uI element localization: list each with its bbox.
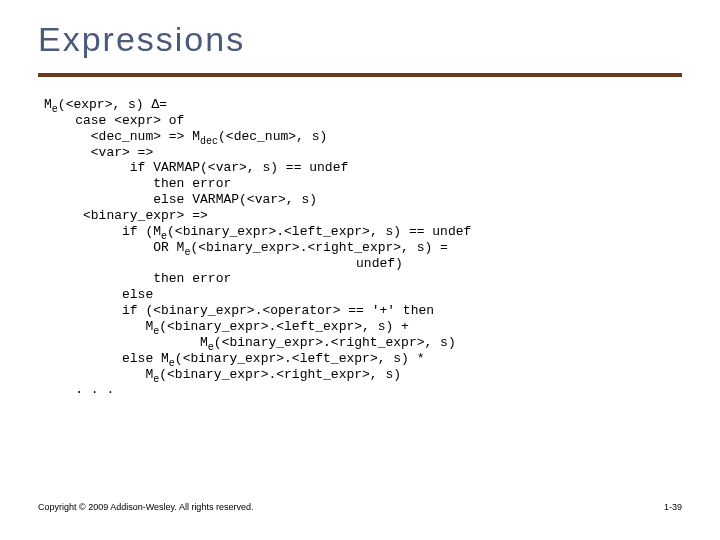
code-line: M [44, 97, 52, 112]
code-block: Me(<expr>, s) Δ= case <expr> of <dec_num… [44, 97, 682, 398]
code-line: <dec_num> => M [44, 129, 200, 144]
code-line: M [44, 319, 153, 334]
code-line: else M [44, 351, 169, 366]
code-line: M [44, 367, 153, 382]
code-line: (<binary_expr>.<right_expr>, s) [214, 335, 456, 350]
code-line: then error [44, 176, 231, 191]
code-line: OR M [44, 240, 184, 255]
code-line: . . . [44, 382, 114, 397]
code-line: then error [44, 271, 231, 286]
code-line: if VARMAP(<var>, s) == undef [44, 160, 348, 175]
code-line: <binary_expr> => [44, 208, 208, 223]
code-line: <var> => [44, 145, 153, 160]
code-line: (<binary_expr>.<right_expr>, s) = [190, 240, 447, 255]
code-line: (<binary_expr>.<left_expr>, s) * [175, 351, 425, 366]
slide-title: Expressions [38, 20, 682, 59]
code-line: else [44, 287, 153, 302]
title-rule [38, 73, 682, 77]
code-line: (<binary_expr>.<left_expr>, s) + [159, 319, 409, 334]
code-line: if (<binary_expr>.<operator> == '+' then [44, 303, 434, 318]
copyright-text: Copyright © 2009 Addison-Wesley. All rig… [38, 502, 253, 512]
code-line: (<binary_expr>.<right_expr>, s) [159, 367, 401, 382]
code-line: undef) [44, 256, 403, 271]
code-line: (<dec_num>, s) [218, 129, 327, 144]
code-sub: dec [200, 135, 218, 146]
code-line: (<expr>, s) Δ= [58, 97, 167, 112]
code-line: else VARMAP(<var>, s) [44, 192, 317, 207]
footer: Copyright © 2009 Addison-Wesley. All rig… [38, 502, 682, 512]
code-line: case <expr> of [44, 113, 184, 128]
code-line: M [44, 335, 208, 350]
code-line: (<binary_expr>.<left_expr>, s) == undef [167, 224, 471, 239]
page-number: 1-39 [664, 502, 682, 512]
code-line: if (M [44, 224, 161, 239]
